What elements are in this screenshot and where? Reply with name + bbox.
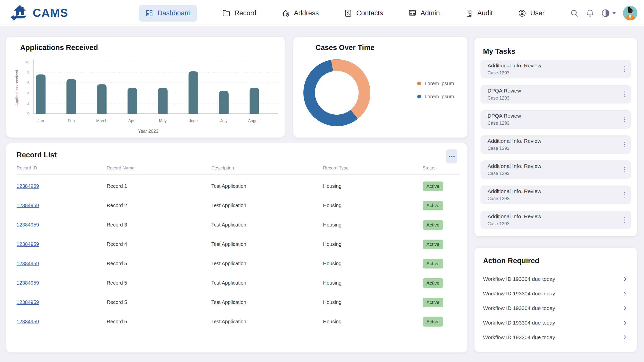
record-type-cell: Housing [323,203,423,208]
action-required-row[interactable]: Workflow ID 193304 due today [483,330,628,345]
bar-June [189,71,198,114]
task-card[interactable]: Additional Info. ReviewCase 1293 [480,135,631,154]
status-badge: Active [423,201,443,210]
kebab-icon [624,66,625,67]
record-id-link[interactable]: 12384959 [17,280,39,286]
record-type-cell: Housing [323,183,423,189]
address-book-icon [344,9,352,17]
action-required-row[interactable]: Workflow ID 193304 due today [483,301,628,315]
kebab-icon [624,219,625,220]
record-list-title: Record List [17,151,57,159]
task-card[interactable]: Additional Info. ReviewCase 1293 [480,160,631,179]
record-description-cell: Test Application [211,183,323,189]
kebab-icon [624,197,625,198]
record-id-link[interactable]: 12384959 [17,319,39,324]
task-menu-button[interactable] [622,190,627,200]
task-case-number: Case 1293 [488,70,624,76]
task-case-number: Case 1293 [488,171,624,176]
user-avatar[interactable] [623,6,637,20]
record-description-cell: Test Application [211,261,323,266]
y-tick-label: 4 [27,91,29,95]
nav-item-address[interactable]: Address [281,9,319,17]
applications-received-card: Applications Received 0246810JanFebMarch… [6,37,285,138]
nav-item-record[interactable]: Record [222,9,256,17]
status-badge: Active [423,240,443,249]
task-menu-button[interactable] [622,89,627,99]
record-id-link[interactable]: 12384959 [17,261,39,266]
task-menu-button[interactable] [622,115,627,124]
contrast-icon [601,9,610,18]
x-tick-label: May [159,119,167,123]
nav-item-label: User [530,9,545,17]
table-row: 12384959Record 1Test ApplicationHousingA… [6,176,467,196]
notifications-button[interactable] [586,9,594,18]
applications-bar-chart: 0246810JanFebMarchAprilMayJuneJulyAugust… [6,37,285,138]
table-row: 12384959Record 5Test ApplicationHousingA… [6,254,467,273]
task-card[interactable]: Additional Info. ReviewCase 1293 [480,60,631,78]
action-required-row[interactable]: Workflow ID 193304 due today [483,315,628,330]
theme-toggle-button[interactable] [601,9,616,18]
record-id-link[interactable]: 12384959 [17,203,39,208]
bar-Jan [36,74,46,114]
task-card[interactable]: Additional Info. ReviewCase 1293 [480,211,631,229]
legend-label: Lorem Ipsum [425,94,454,99]
house-hand-logo-icon [11,4,29,22]
status-badge: Active [423,220,443,230]
kebab-icon [624,119,625,120]
column-header: Record Name [107,165,211,171]
search-button[interactable] [570,9,579,18]
nav-item-label: Admin [421,9,440,17]
record-name-cell: Record 5 [107,299,211,305]
nav-item-dashboard[interactable]: Dashboard [139,5,197,22]
bell-icon [586,9,594,18]
nav-item-label: Audit [477,9,493,17]
record-id-link[interactable]: 12384959 [17,241,39,247]
action-required-row[interactable]: Workflow ID 193304 due today [483,286,628,301]
legend-dot [417,95,421,99]
record-name-cell: Record 2 [107,203,211,208]
cases-donut-chart: Lorem IpsumLorem Ipsum [293,37,467,138]
nav-item-label: Contacts [356,9,383,17]
record-description-cell: Test Application [211,319,323,325]
brand-logo[interactable]: CAMS [11,4,68,22]
task-title: Additional Info. Review [488,138,624,144]
dashboard-grid-icon [145,9,153,17]
nav-item-user[interactable]: User [518,9,545,17]
record-description-cell: Test Application [211,222,323,228]
kebab-icon [624,167,625,168]
task-card[interactable]: Additional Info. ReviewCase 1293 [480,186,631,204]
record-type-cell: Housing [323,261,423,266]
task-card[interactable]: DPQA ReviewCase 1293 [480,85,631,104]
record-description-cell: Test Application [211,203,323,208]
record-description-cell: Test Application [211,299,323,305]
chevron-right-icon [622,291,628,297]
record-list-more-options-button[interactable] [446,149,457,163]
cases-over-time-card: Cases Over Time Lorem IpsumLorem Ipsum [293,37,467,138]
task-menu-button[interactable] [622,215,627,225]
task-menu-button[interactable] [622,140,627,149]
house-pin-icon [281,9,290,17]
chevron-right-icon [622,334,628,340]
task-card[interactable]: DPQA ReviewCase 1293 [480,110,631,129]
column-header: Status [423,165,457,171]
nav-item-contacts[interactable]: Contacts [344,9,383,17]
chevron-right-icon [622,305,628,311]
record-name-cell: Record 1 [107,183,211,189]
my-tasks-title: My Tasks [483,47,515,56]
kebab-icon [624,222,625,223]
nav-item-admin[interactable]: Admin [408,9,440,17]
top-navbar: CAMS DashboardRecordAddressContactsAdmin… [0,0,644,26]
task-menu-button[interactable] [622,64,627,74]
nav-item-audit[interactable]: Audit [465,9,493,17]
record-table-body: 12384959Record 1Test ApplicationHousingA… [6,176,467,331]
kebab-icon [624,146,625,147]
record-id-link[interactable]: 12384959 [17,183,39,189]
action-required-row[interactable]: Workflow ID 193304 due today [483,272,628,286]
ellipsis-icon [449,156,450,157]
record-name-cell: Record 5 [107,261,211,266]
tasks-list: Additional Info. ReviewCase 1293DPQA Rev… [480,60,631,236]
record-id-link[interactable]: 12384959 [17,222,39,228]
task-menu-button[interactable] [622,165,627,174]
record-name-cell: Record 5 [107,280,211,286]
record-id-link[interactable]: 12384959 [17,299,39,305]
